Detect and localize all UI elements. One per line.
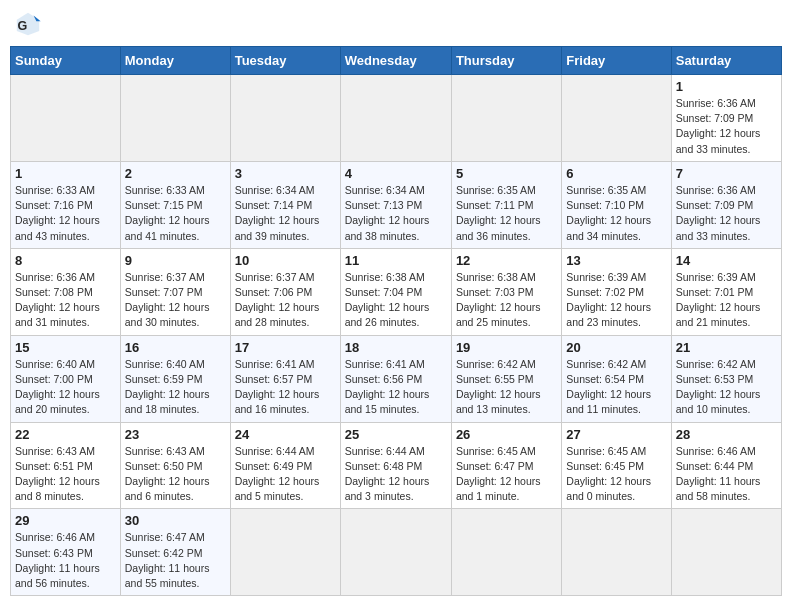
day-info: Sunrise: 6:44 AM Sunset: 6:48 PM Dayligh…: [345, 444, 447, 505]
day-info: Sunrise: 6:39 AM Sunset: 7:01 PM Dayligh…: [676, 270, 777, 331]
calendar-day-cell: 29 Sunrise: 6:46 AM Sunset: 6:43 PM Dayl…: [11, 509, 121, 596]
calendar-day-cell: [340, 75, 451, 162]
calendar-day-cell: [230, 75, 340, 162]
calendar-day-cell: 1 Sunrise: 6:33 AM Sunset: 7:16 PM Dayli…: [11, 161, 121, 248]
day-info: Sunrise: 6:37 AM Sunset: 7:06 PM Dayligh…: [235, 270, 336, 331]
calendar-day-cell: 19 Sunrise: 6:42 AM Sunset: 6:55 PM Dayl…: [451, 335, 561, 422]
day-number: 10: [235, 253, 336, 268]
day-number: 7: [676, 166, 777, 181]
day-info: Sunrise: 6:42 AM Sunset: 6:55 PM Dayligh…: [456, 357, 557, 418]
calendar-day-cell: 9 Sunrise: 6:37 AM Sunset: 7:07 PM Dayli…: [120, 248, 230, 335]
day-info: Sunrise: 6:40 AM Sunset: 6:59 PM Dayligh…: [125, 357, 226, 418]
calendar-day-cell: 23 Sunrise: 6:43 AM Sunset: 6:50 PM Dayl…: [120, 422, 230, 509]
day-info: Sunrise: 6:45 AM Sunset: 6:47 PM Dayligh…: [456, 444, 557, 505]
calendar-day-cell: [340, 509, 451, 596]
weekday-header: Monday: [120, 47, 230, 75]
day-info: Sunrise: 6:35 AM Sunset: 7:10 PM Dayligh…: [566, 183, 666, 244]
logo: G: [14, 10, 46, 38]
day-number: 12: [456, 253, 557, 268]
calendar-week-row: 29 Sunrise: 6:46 AM Sunset: 6:43 PM Dayl…: [11, 509, 782, 596]
day-number: 24: [235, 427, 336, 442]
day-number: 27: [566, 427, 666, 442]
day-info: Sunrise: 6:43 AM Sunset: 6:50 PM Dayligh…: [125, 444, 226, 505]
day-number: 16: [125, 340, 226, 355]
day-info: Sunrise: 6:36 AM Sunset: 7:09 PM Dayligh…: [676, 96, 777, 157]
calendar-day-cell: 12 Sunrise: 6:38 AM Sunset: 7:03 PM Dayl…: [451, 248, 561, 335]
calendar-day-cell: 8 Sunrise: 6:36 AM Sunset: 7:08 PM Dayli…: [11, 248, 121, 335]
day-number: 13: [566, 253, 666, 268]
calendar-day-cell: 14 Sunrise: 6:39 AM Sunset: 7:01 PM Dayl…: [671, 248, 781, 335]
day-number: 3: [235, 166, 336, 181]
calendar-day-cell: 1 Sunrise: 6:36 AM Sunset: 7:09 PM Dayli…: [671, 75, 781, 162]
calendar-day-cell: 13 Sunrise: 6:39 AM Sunset: 7:02 PM Dayl…: [562, 248, 671, 335]
calendar-header: SundayMondayTuesdayWednesdayThursdayFrid…: [11, 47, 782, 75]
day-info: Sunrise: 6:42 AM Sunset: 6:54 PM Dayligh…: [566, 357, 666, 418]
calendar-day-cell: 30 Sunrise: 6:47 AM Sunset: 6:42 PM Dayl…: [120, 509, 230, 596]
calendar-day-cell: 28 Sunrise: 6:46 AM Sunset: 6:44 PM Dayl…: [671, 422, 781, 509]
day-info: Sunrise: 6:45 AM Sunset: 6:45 PM Dayligh…: [566, 444, 666, 505]
calendar-day-cell: [120, 75, 230, 162]
day-info: Sunrise: 6:36 AM Sunset: 7:08 PM Dayligh…: [15, 270, 116, 331]
calendar-day-cell: 4 Sunrise: 6:34 AM Sunset: 7:13 PM Dayli…: [340, 161, 451, 248]
weekday-header: Tuesday: [230, 47, 340, 75]
calendar-day-cell: 20 Sunrise: 6:42 AM Sunset: 6:54 PM Dayl…: [562, 335, 671, 422]
calendar-day-cell: 3 Sunrise: 6:34 AM Sunset: 7:14 PM Dayli…: [230, 161, 340, 248]
logo-icon: G: [14, 10, 42, 38]
day-number: 23: [125, 427, 226, 442]
calendar-day-cell: 27 Sunrise: 6:45 AM Sunset: 6:45 PM Dayl…: [562, 422, 671, 509]
calendar-week-row: 8 Sunrise: 6:36 AM Sunset: 7:08 PM Dayli…: [11, 248, 782, 335]
calendar-day-cell: [451, 509, 561, 596]
calendar-day-cell: 15 Sunrise: 6:40 AM Sunset: 7:00 PM Dayl…: [11, 335, 121, 422]
calendar-week-row: 15 Sunrise: 6:40 AM Sunset: 7:00 PM Dayl…: [11, 335, 782, 422]
day-number: 1: [676, 79, 777, 94]
calendar-day-cell: [451, 75, 561, 162]
calendar-day-cell: [230, 509, 340, 596]
calendar-body: 1 Sunrise: 6:36 AM Sunset: 7:09 PM Dayli…: [11, 75, 782, 596]
day-number: 26: [456, 427, 557, 442]
weekday-header: Saturday: [671, 47, 781, 75]
weekday-header: Sunday: [11, 47, 121, 75]
calendar-day-cell: 26 Sunrise: 6:45 AM Sunset: 6:47 PM Dayl…: [451, 422, 561, 509]
day-info: Sunrise: 6:47 AM Sunset: 6:42 PM Dayligh…: [125, 530, 226, 591]
header-row: SundayMondayTuesdayWednesdayThursdayFrid…: [11, 47, 782, 75]
weekday-header: Thursday: [451, 47, 561, 75]
calendar-day-cell: 21 Sunrise: 6:42 AM Sunset: 6:53 PM Dayl…: [671, 335, 781, 422]
calendar-day-cell: 16 Sunrise: 6:40 AM Sunset: 6:59 PM Dayl…: [120, 335, 230, 422]
day-number: 4: [345, 166, 447, 181]
day-number: 29: [15, 513, 116, 528]
day-number: 9: [125, 253, 226, 268]
calendar-day-cell: 18 Sunrise: 6:41 AM Sunset: 6:56 PM Dayl…: [340, 335, 451, 422]
day-number: 18: [345, 340, 447, 355]
day-number: 28: [676, 427, 777, 442]
calendar-week-row: 22 Sunrise: 6:43 AM Sunset: 6:51 PM Dayl…: [11, 422, 782, 509]
weekday-header: Wednesday: [340, 47, 451, 75]
day-info: Sunrise: 6:41 AM Sunset: 6:56 PM Dayligh…: [345, 357, 447, 418]
day-info: Sunrise: 6:39 AM Sunset: 7:02 PM Dayligh…: [566, 270, 666, 331]
day-info: Sunrise: 6:34 AM Sunset: 7:13 PM Dayligh…: [345, 183, 447, 244]
day-number: 21: [676, 340, 777, 355]
day-info: Sunrise: 6:41 AM Sunset: 6:57 PM Dayligh…: [235, 357, 336, 418]
calendar-day-cell: [562, 509, 671, 596]
day-info: Sunrise: 6:33 AM Sunset: 7:16 PM Dayligh…: [15, 183, 116, 244]
day-info: Sunrise: 6:42 AM Sunset: 6:53 PM Dayligh…: [676, 357, 777, 418]
weekday-header: Friday: [562, 47, 671, 75]
day-number: 22: [15, 427, 116, 442]
day-number: 15: [15, 340, 116, 355]
calendar-day-cell: 11 Sunrise: 6:38 AM Sunset: 7:04 PM Dayl…: [340, 248, 451, 335]
calendar-day-cell: 7 Sunrise: 6:36 AM Sunset: 7:09 PM Dayli…: [671, 161, 781, 248]
page-header: G: [10, 10, 782, 38]
day-info: Sunrise: 6:43 AM Sunset: 6:51 PM Dayligh…: [15, 444, 116, 505]
calendar-day-cell: 5 Sunrise: 6:35 AM Sunset: 7:11 PM Dayli…: [451, 161, 561, 248]
day-info: Sunrise: 6:36 AM Sunset: 7:09 PM Dayligh…: [676, 183, 777, 244]
calendar-day-cell: 24 Sunrise: 6:44 AM Sunset: 6:49 PM Dayl…: [230, 422, 340, 509]
day-number: 2: [125, 166, 226, 181]
day-number: 25: [345, 427, 447, 442]
day-number: 19: [456, 340, 557, 355]
day-info: Sunrise: 6:46 AM Sunset: 6:43 PM Dayligh…: [15, 530, 116, 591]
day-info: Sunrise: 6:33 AM Sunset: 7:15 PM Dayligh…: [125, 183, 226, 244]
day-info: Sunrise: 6:38 AM Sunset: 7:04 PM Dayligh…: [345, 270, 447, 331]
calendar-day-cell: 6 Sunrise: 6:35 AM Sunset: 7:10 PM Dayli…: [562, 161, 671, 248]
day-number: 30: [125, 513, 226, 528]
day-info: Sunrise: 6:34 AM Sunset: 7:14 PM Dayligh…: [235, 183, 336, 244]
day-info: Sunrise: 6:35 AM Sunset: 7:11 PM Dayligh…: [456, 183, 557, 244]
